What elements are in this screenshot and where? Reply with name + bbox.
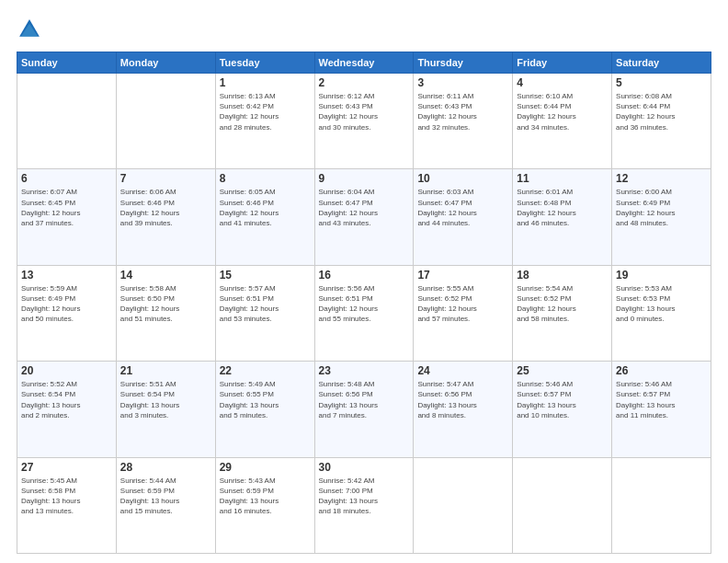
day-info: Sunrise: 6:10 AM Sunset: 6:44 PM Dayligh… — [517, 91, 608, 132]
calendar-cell: 8Sunrise: 6:05 AM Sunset: 6:46 PM Daylig… — [215, 169, 314, 265]
calendar-cell: 20Sunrise: 5:52 AM Sunset: 6:54 PM Dayli… — [17, 362, 117, 457]
day-number: 20 — [21, 364, 112, 377]
day-number: 1 — [220, 76, 311, 89]
day-number: 5 — [616, 76, 707, 89]
calendar-cell — [414, 457, 513, 553]
calendar-cell: 30Sunrise: 5:42 AM Sunset: 7:00 PM Dayli… — [314, 457, 414, 553]
day-info: Sunrise: 6:12 AM Sunset: 6:43 PM Dayligh… — [319, 91, 410, 132]
day-info: Sunrise: 5:44 AM Sunset: 6:59 PM Dayligh… — [120, 476, 211, 517]
day-header-monday: Monday — [116, 52, 215, 74]
day-number: 7 — [120, 172, 211, 185]
calendar-cell: 6Sunrise: 6:07 AM Sunset: 6:45 PM Daylig… — [17, 169, 117, 265]
day-info: Sunrise: 5:53 AM Sunset: 6:53 PM Dayligh… — [616, 283, 707, 325]
day-info: Sunrise: 5:59 AM Sunset: 6:49 PM Dayligh… — [21, 283, 112, 325]
calendar-cell: 19Sunrise: 5:53 AM Sunset: 6:53 PM Dayli… — [612, 265, 711, 361]
calendar-header-row: SundayMondayTuesdayWednesdayThursdayFrid… — [17, 52, 711, 74]
calendar-cell: 23Sunrise: 5:48 AM Sunset: 6:56 PM Dayli… — [314, 362, 414, 457]
day-header-friday: Friday — [513, 52, 612, 74]
day-number: 18 — [517, 269, 608, 282]
day-number: 11 — [517, 172, 608, 185]
calendar-cell: 28Sunrise: 5:44 AM Sunset: 6:59 PM Dayli… — [116, 457, 215, 553]
calendar-cell: 7Sunrise: 6:06 AM Sunset: 6:46 PM Daylig… — [116, 169, 215, 265]
calendar-cell: 4Sunrise: 6:10 AM Sunset: 6:44 PM Daylig… — [513, 74, 612, 169]
calendar-cell: 2Sunrise: 6:12 AM Sunset: 6:43 PM Daylig… — [314, 74, 414, 169]
calendar-cell — [17, 74, 117, 169]
day-info: Sunrise: 5:45 AM Sunset: 6:58 PM Dayligh… — [21, 476, 112, 517]
day-number: 14 — [120, 269, 211, 282]
day-info: Sunrise: 6:03 AM Sunset: 6:47 PM Dayligh… — [417, 187, 508, 228]
day-number: 25 — [517, 364, 608, 377]
calendar-cell: 27Sunrise: 5:45 AM Sunset: 6:58 PM Dayli… — [17, 457, 117, 553]
calendar-cell: 12Sunrise: 6:00 AM Sunset: 6:49 PM Dayli… — [612, 169, 711, 265]
calendar-cell: 25Sunrise: 5:46 AM Sunset: 6:57 PM Dayli… — [513, 362, 612, 457]
day-info: Sunrise: 5:56 AM Sunset: 6:51 PM Dayligh… — [319, 283, 410, 325]
day-info: Sunrise: 5:52 AM Sunset: 6:54 PM Dayligh… — [21, 379, 112, 420]
logo — [17, 17, 46, 42]
day-info: Sunrise: 6:06 AM Sunset: 6:46 PM Dayligh… — [120, 187, 211, 228]
calendar-cell: 3Sunrise: 6:11 AM Sunset: 6:43 PM Daylig… — [414, 74, 513, 169]
day-number: 3 — [417, 76, 508, 89]
day-info: Sunrise: 6:04 AM Sunset: 6:47 PM Dayligh… — [319, 187, 410, 228]
calendar-cell: 14Sunrise: 5:58 AM Sunset: 6:50 PM Dayli… — [116, 265, 215, 361]
day-info: Sunrise: 5:46 AM Sunset: 6:57 PM Dayligh… — [517, 379, 608, 420]
calendar-cell: 16Sunrise: 5:56 AM Sunset: 6:51 PM Dayli… — [314, 265, 414, 361]
day-header-thursday: Thursday — [414, 52, 513, 74]
calendar-table: SundayMondayTuesdayWednesdayThursdayFrid… — [17, 52, 711, 554]
day-info: Sunrise: 6:11 AM Sunset: 6:43 PM Dayligh… — [417, 91, 508, 132]
day-info: Sunrise: 5:55 AM Sunset: 6:52 PM Dayligh… — [417, 283, 508, 325]
day-number: 16 — [319, 269, 410, 282]
day-info: Sunrise: 6:07 AM Sunset: 6:45 PM Dayligh… — [21, 187, 112, 228]
day-number: 9 — [319, 172, 410, 185]
day-info: Sunrise: 5:57 AM Sunset: 6:51 PM Dayligh… — [220, 283, 311, 325]
page-header — [17, 17, 711, 42]
day-info: Sunrise: 6:05 AM Sunset: 6:46 PM Dayligh… — [220, 187, 311, 228]
calendar-cell: 5Sunrise: 6:08 AM Sunset: 6:44 PM Daylig… — [612, 74, 711, 169]
calendar-week-row: 20Sunrise: 5:52 AM Sunset: 6:54 PM Dayli… — [17, 362, 711, 457]
calendar-cell: 24Sunrise: 5:47 AM Sunset: 6:56 PM Dayli… — [414, 362, 513, 457]
day-info: Sunrise: 5:49 AM Sunset: 6:55 PM Dayligh… — [220, 379, 311, 420]
day-number: 23 — [319, 364, 410, 377]
calendar-cell: 11Sunrise: 6:01 AM Sunset: 6:48 PM Dayli… — [513, 169, 612, 265]
calendar-week-row: 27Sunrise: 5:45 AM Sunset: 6:58 PM Dayli… — [17, 457, 711, 553]
day-number: 30 — [319, 461, 410, 474]
calendar-cell: 13Sunrise: 5:59 AM Sunset: 6:49 PM Dayli… — [17, 265, 117, 361]
day-info: Sunrise: 5:54 AM Sunset: 6:52 PM Dayligh… — [517, 283, 608, 325]
day-number: 22 — [220, 364, 311, 377]
logo-icon — [17, 17, 42, 42]
calendar-cell: 17Sunrise: 5:55 AM Sunset: 6:52 PM Dayli… — [414, 265, 513, 361]
day-info: Sunrise: 5:48 AM Sunset: 6:56 PM Dayligh… — [319, 379, 410, 420]
calendar-cell: 9Sunrise: 6:04 AM Sunset: 6:47 PM Daylig… — [314, 169, 414, 265]
calendar-cell: 10Sunrise: 6:03 AM Sunset: 6:47 PM Dayli… — [414, 169, 513, 265]
day-number: 17 — [417, 269, 508, 282]
day-number: 6 — [21, 172, 112, 185]
calendar-cell: 15Sunrise: 5:57 AM Sunset: 6:51 PM Dayli… — [215, 265, 314, 361]
day-info: Sunrise: 6:13 AM Sunset: 6:42 PM Dayligh… — [220, 91, 311, 132]
calendar-cell: 26Sunrise: 5:46 AM Sunset: 6:57 PM Dayli… — [612, 362, 711, 457]
day-number: 2 — [319, 76, 410, 89]
calendar-cell — [116, 74, 215, 169]
day-header-sunday: Sunday — [17, 52, 117, 74]
day-number: 27 — [21, 461, 112, 474]
day-info: Sunrise: 5:47 AM Sunset: 6:56 PM Dayligh… — [417, 379, 508, 420]
day-number: 8 — [220, 172, 311, 185]
day-number: 29 — [220, 461, 311, 474]
day-info: Sunrise: 6:08 AM Sunset: 6:44 PM Dayligh… — [616, 91, 707, 132]
day-number: 15 — [220, 269, 311, 282]
day-number: 12 — [616, 172, 707, 185]
calendar-cell: 29Sunrise: 5:43 AM Sunset: 6:59 PM Dayli… — [215, 457, 314, 553]
day-number: 21 — [120, 364, 211, 377]
calendar-cell — [612, 457, 711, 553]
calendar-cell: 1Sunrise: 6:13 AM Sunset: 6:42 PM Daylig… — [215, 74, 314, 169]
day-info: Sunrise: 6:00 AM Sunset: 6:49 PM Dayligh… — [616, 187, 707, 228]
day-info: Sunrise: 6:01 AM Sunset: 6:48 PM Dayligh… — [517, 187, 608, 228]
day-number: 19 — [616, 269, 707, 282]
day-info: Sunrise: 5:58 AM Sunset: 6:50 PM Dayligh… — [120, 283, 211, 325]
day-info: Sunrise: 5:43 AM Sunset: 6:59 PM Dayligh… — [220, 476, 311, 517]
day-info: Sunrise: 5:42 AM Sunset: 7:00 PM Dayligh… — [319, 476, 410, 517]
day-header-tuesday: Tuesday — [215, 52, 314, 74]
calendar-cell: 21Sunrise: 5:51 AM Sunset: 6:54 PM Dayli… — [116, 362, 215, 457]
calendar-cell — [513, 457, 612, 553]
calendar-cell: 22Sunrise: 5:49 AM Sunset: 6:55 PM Dayli… — [215, 362, 314, 457]
day-info: Sunrise: 5:51 AM Sunset: 6:54 PM Dayligh… — [120, 379, 211, 420]
calendar-cell: 18Sunrise: 5:54 AM Sunset: 6:52 PM Dayli… — [513, 265, 612, 361]
